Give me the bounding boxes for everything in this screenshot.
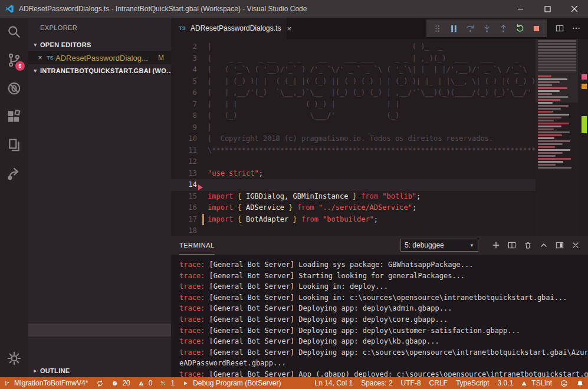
activity-extensions-button[interactable] [0,103,28,131]
tree-item-tsconfig-json[interactable] [28,285,171,298]
outline-header[interactable]: ▸ OUTLINE [28,364,171,377]
activity-source-control-button[interactable]: 5 [0,46,28,74]
line-number[interactable]: 6 [171,87,197,99]
tree-item-src[interactable] [28,142,171,155]
split-icon [507,240,517,250]
tree-item-typedoc-json[interactable] [28,298,171,311]
maximize-panel-button[interactable] [536,237,551,253]
workspace-header[interactable]: ▾ INTRANETBOTQUICKSTART.GBAI (WO... [28,64,171,77]
tree-item-intranetbot-gbot[interactable] [28,311,171,324]
step-into-icon [482,24,492,34]
status-eol[interactable]: CRLF [425,377,452,389]
tree-item-test[interactable] [28,207,171,220]
minimap-slider[interactable] [536,39,578,103]
step-over-button[interactable] [462,20,478,37]
step-out-button[interactable] [495,20,511,37]
line-number[interactable]: 9 [171,122,197,134]
status-sync[interactable] [92,377,108,389]
status-encoding[interactable]: UTF-8 [397,377,425,389]
status-debug-program[interactable]: Debug Program (BotServer) [179,377,285,389]
tab-adresetpassworddialogs[interactable]: TS ADResetPasswordDialogs.ts × [171,18,287,39]
pause-button[interactable] [445,20,462,37]
status-tools[interactable]: 1 [156,377,179,389]
minimize-button[interactable] [507,0,534,18]
tree-item-botlib[interactable] [28,90,171,103]
open-editor-label: ADResetPasswordDialog... [55,54,158,62]
close-tab-icon[interactable]: × [287,24,291,33]
status-indentation[interactable]: Spaces: 2 [357,377,396,389]
line-number[interactable]: 18 [171,225,197,236]
tree-item-package-lock-json[interactable] [28,246,171,259]
sync-icon [96,380,104,387]
activity-search-button[interactable] [0,18,28,46]
stop-button[interactable] [528,20,544,37]
tree-item-service[interactable] [28,194,171,207]
close-window-button[interactable] [561,0,588,18]
move-panel-right-button[interactable] [551,237,567,253]
restart-button[interactable] [511,20,528,37]
status-tslint[interactable]: TSLint [517,377,556,389]
status-notifications[interactable] [572,377,588,389]
status-feedback[interactable] [556,377,572,389]
modified-line-indicator [202,214,204,226]
panel-header: TERMINAL 5: debuggee ▼ [171,236,588,255]
drag-grip-button[interactable] [429,20,445,37]
close-editor-icon[interactable]: × [35,54,45,62]
tree-item-adresetpassworddial[interactable] [28,168,171,181]
tree-item-package-json[interactable] [28,259,171,272]
activity-documents-button[interactable] [0,131,28,159]
tree-item-dist[interactable] [28,116,171,129]
line-number[interactable]: 14 [171,179,197,191]
status-errors[interactable]: 20 [108,377,134,389]
status-ts-version[interactable]: 3.0.1 [494,377,518,389]
status-language-mode[interactable]: TypeScript [452,377,494,389]
kill-terminal-button[interactable] [520,237,536,253]
line-number[interactable]: 12 [171,156,197,168]
split-terminal-button[interactable] [504,237,520,253]
code-editor[interactable]: 2| ( )_ _ |3| _ _ _ __ _ _ __ ___ ___ _ … [171,39,588,236]
line-number[interactable]: 2 [171,41,197,53]
line-number[interactable]: 3 [171,53,197,65]
line-number[interactable]: 5 [171,76,197,88]
extensions-icon [6,109,22,124]
maximize-button[interactable] [534,0,561,18]
activity-debug-disabled-button[interactable] [0,74,28,103]
split-editor-button[interactable] [551,20,568,37]
activity-share-button[interactable] [0,159,28,187]
settings-button[interactable] [0,344,28,372]
status-label: Ln 14, Col 1 [314,379,353,387]
line-number[interactable]: 8 [171,110,197,122]
more-actions-button[interactable] [568,20,584,37]
tree-item-botserver[interactable] [28,77,171,90]
step-into-button[interactable] [478,20,495,37]
line-number[interactable]: 16 [171,202,197,214]
line-number[interactable]: 17 [171,214,197,226]
close-panel-button[interactable] [567,237,583,253]
line-number[interactable]: 13 [171,168,197,180]
new-terminal-button[interactable] [488,237,504,253]
line-number[interactable]: 10 [171,133,197,145]
tree-item-css[interactable] [28,337,171,350]
tree-item-images[interactable] [28,350,171,362]
open-editors-header[interactable]: ▾ OPEN EDITORS [28,38,171,51]
tree-item-dialog[interactable] [28,155,171,168]
status-cursor-position[interactable]: Ln 14, Col 1 [310,377,357,389]
tree-item-model[interactable] [28,181,171,194]
open-editor-item[interactable]: × TS ADResetPasswordDialog... M [28,51,171,64]
status-warnings[interactable]: 0 [134,377,157,389]
line-number[interactable]: 15 [171,191,197,203]
tree-item-readme-md[interactable] [28,272,171,285]
terminal-output[interactable]: trace: [General Bot Server] Loading sys … [171,255,588,377]
tab-terminal[interactable]: TERMINAL [179,236,215,255]
tree-item-office365-gbtheme[interactable] [28,324,171,337]
tree-item-index-ts[interactable] [28,220,171,233]
terminal-selector[interactable]: 5: debuggee ▼ [400,239,478,252]
tree-item-azureadpasswordreset-gba[interactable] [28,103,171,116]
line-number[interactable]: 11 [171,145,197,157]
line-number[interactable]: 4 [171,64,197,76]
status-git-branch[interactable]: MigrationToBotFmwV4* [0,377,92,389]
line-number[interactable]: 7 [171,99,197,111]
tree-item-gitignore[interactable] [28,233,171,246]
minimap[interactable] [536,39,578,236]
tree-item-node-modules[interactable] [28,129,171,142]
